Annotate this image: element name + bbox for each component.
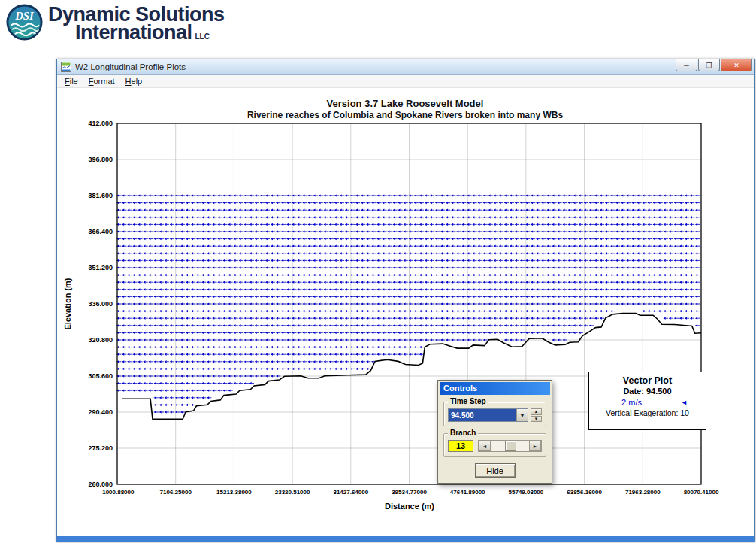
scrollbar-track[interactable]	[491, 441, 529, 451]
time-step-combobox[interactable]: 94.500 ▼	[448, 408, 528, 422]
svg-text:260.000: 260.000	[88, 481, 113, 488]
branch-group: Branch 13 ◄ ►	[443, 433, 546, 457]
window-title-bar[interactable]: W2 Longitudinal Profile Plots ─ ❐ ✕	[57, 59, 754, 75]
branch-value-field[interactable]: 13	[448, 440, 473, 452]
menu-item-help[interactable]: Help	[120, 76, 148, 86]
chart-title: Version 3.7 Lake Roosevelt Model	[57, 98, 753, 109]
window-title: W2 Longitudinal Profile Plots	[75, 62, 186, 71]
logo-line2-text: International	[75, 21, 192, 44]
window-icon	[61, 62, 71, 72]
window-controls: ─ ❐ ✕	[676, 59, 752, 71]
svg-text:47641.89000: 47641.89000	[450, 489, 485, 496]
arrow-left-icon: ◄	[482, 444, 488, 449]
svg-text:275.200: 275.200	[88, 444, 113, 452]
close-icon: ✕	[733, 62, 739, 69]
svg-text:63856.16000: 63856.16000	[567, 489, 602, 496]
arrow-down-icon: ▼	[534, 417, 539, 421]
combo-dropdown-button[interactable]: ▼	[516, 409, 528, 421]
y-axis-label: Elevation (m)	[63, 278, 72, 329]
longitudinal-profile-plot: -1000.880007106.2500015213.3800023320.51…	[57, 120, 753, 522]
svg-text:366.400: 366.400	[88, 228, 113, 235]
hide-button[interactable]: Hide	[475, 463, 516, 478]
svg-text:80070.41000: 80070.41000	[684, 489, 719, 496]
menu-item-file[interactable]: File	[59, 76, 83, 86]
y-tick-labels: 412.000396.800381.600366.400351.200336.0…	[88, 120, 113, 488]
minimize-button[interactable]: ─	[676, 59, 697, 71]
branch-scrollbar: ◄ ►	[478, 440, 542, 452]
client-area: Version 3.7 Lake Roosevelt Model Riverin…	[57, 88, 754, 536]
chart-subtitle: Riverine reaches of Columbia and Spokane…	[57, 110, 753, 120]
logo-line2: InternationalLLC	[75, 23, 225, 46]
controls-dialog-title: Controls	[443, 384, 477, 393]
svg-text:55749.03000: 55749.03000	[509, 489, 544, 496]
svg-text:351.200: 351.200	[88, 264, 113, 272]
spinner-down-button[interactable]: ▼	[531, 416, 542, 423]
legend-date: Date: 94.500	[589, 387, 706, 396]
arrow-right-icon: ►	[533, 444, 538, 449]
maximize-icon: ❐	[706, 62, 712, 69]
app-window: W2 Longitudinal Profile Plots ─ ❐ ✕ File…	[56, 59, 755, 542]
x-axis-label: Distance (m)	[385, 502, 434, 511]
branch-label: Branch	[448, 429, 478, 437]
svg-text:71963.28000: 71963.28000	[625, 489, 661, 496]
svg-text:7106.25000: 7106.25000	[160, 489, 192, 496]
arrow-up-icon: ▲	[534, 409, 539, 414]
time-step-label: Time Step	[448, 397, 488, 405]
scrollbar-thumb[interactable]	[505, 441, 516, 451]
controls-dialog-title-bar[interactable]: Controls	[440, 382, 550, 395]
page: DSI Dynamic Solutions InternationalLLC W…	[0, 0, 756, 543]
dsi-logo-text: Dynamic Solutions InternationalLLC	[48, 4, 225, 46]
chevron-down-icon: ▼	[520, 413, 525, 418]
close-button[interactable]: ✕	[721, 59, 752, 71]
svg-text:39534.77000: 39534.77000	[392, 489, 427, 496]
time-step-spinner: ▲ ▼	[531, 408, 542, 422]
svg-text:15213.38000: 15213.38000	[216, 489, 252, 496]
dsi-logo-icon: DSI	[6, 4, 43, 41]
svg-text:412.000: 412.000	[88, 120, 113, 127]
scroll-left-button[interactable]: ◄	[479, 441, 491, 451]
time-step-group: Time Step 94.500 ▼ ▲ ▼	[443, 402, 546, 426]
svg-text:-1000.88000: -1000.88000	[101, 489, 135, 496]
svg-text:DSI: DSI	[14, 10, 35, 22]
legend-scale-row: .2 m/s ◄	[589, 396, 706, 407]
svg-text:23320.51000: 23320.51000	[275, 489, 310, 496]
controls-dialog: Controls Time Step 94.500 ▼ ▲ ▼	[437, 380, 552, 484]
svg-text:31427.64000: 31427.64000	[333, 489, 368, 496]
svg-text:381.600: 381.600	[88, 192, 113, 199]
minimize-icon: ─	[684, 62, 688, 69]
spinner-up-button[interactable]: ▲	[531, 408, 542, 415]
svg-text:336.000: 336.000	[88, 300, 113, 308]
svg-text:396.800: 396.800	[88, 156, 113, 163]
legend-scale-text: .2 m/s	[619, 398, 642, 407]
dsi-logo: DSI Dynamic Solutions InternationalLLC	[6, 4, 225, 46]
menu-bar: FileFormatHelp	[57, 75, 754, 88]
legend-title: Vector Plot	[589, 375, 706, 386]
time-step-value: 94.500	[449, 409, 516, 421]
svg-text:290.400: 290.400	[88, 408, 113, 416]
svg-text:320.800: 320.800	[88, 336, 113, 344]
scroll-right-button[interactable]: ►	[529, 441, 541, 451]
x-tick-labels: -1000.880007106.2500015213.3800023320.51…	[101, 489, 719, 496]
legend-exaggeration: Vertical Exageration: 10	[589, 408, 706, 417]
menu-item-format[interactable]: Format	[83, 76, 120, 86]
maximize-button[interactable]: ❐	[698, 59, 720, 71]
legend-box: Vector Plot Date: 94.500 .2 m/s ◄ Vertic…	[588, 372, 706, 430]
vector-arrow-icon: ◄	[681, 399, 688, 406]
svg-text:305.600: 305.600	[88, 372, 113, 380]
logo-suffix: LLC	[195, 32, 210, 41]
